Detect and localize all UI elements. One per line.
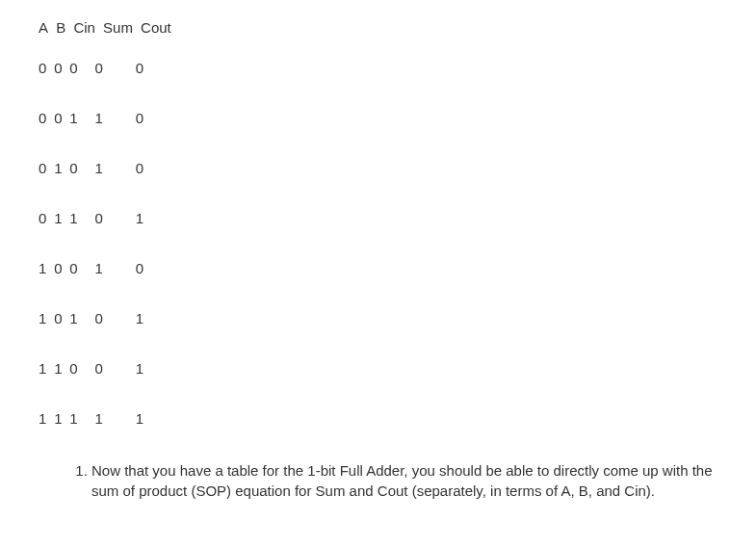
question-list: Now that you have a table for the 1-bit … xyxy=(91,460,717,501)
cell-sum: 1 xyxy=(95,410,109,427)
cell-a: 1 xyxy=(39,260,48,276)
header-cin: Cin xyxy=(73,19,95,36)
header-sum: Sum xyxy=(103,19,133,36)
cell-cout: 0 xyxy=(136,110,149,126)
cell-b: 1 xyxy=(54,210,64,226)
cell-cin: 1 xyxy=(69,310,79,326)
cell-a: 1 xyxy=(39,310,48,326)
table-header-row: A B Cin Sum Cout xyxy=(39,19,717,36)
cell-cout: 0 xyxy=(136,260,149,276)
cell-cin: 0 xyxy=(69,60,79,76)
cell-cout: 1 xyxy=(136,360,149,377)
cell-b: 1 xyxy=(54,160,64,176)
table-row: 1 0 0 1 0 xyxy=(39,260,717,276)
cell-cin: 0 xyxy=(69,160,79,176)
cell-b: 1 xyxy=(54,410,64,427)
cell-a: 0 xyxy=(39,110,48,126)
cell-a: 0 xyxy=(39,160,48,176)
table-row: 0 1 1 0 1 xyxy=(39,210,717,226)
cell-a: 0 xyxy=(39,210,48,226)
cell-sum: 1 xyxy=(95,110,109,126)
cell-cout: 1 xyxy=(136,210,149,226)
header-a: A xyxy=(39,19,48,36)
header-b: B xyxy=(56,19,65,36)
cell-cout: 1 xyxy=(136,310,149,326)
table-row: 1 1 0 0 1 xyxy=(39,360,717,377)
cell-cout: 0 xyxy=(136,60,149,76)
cell-b: 0 xyxy=(54,310,64,326)
cell-b: 0 xyxy=(54,110,64,126)
table-row: 1 1 1 1 1 xyxy=(39,410,717,427)
header-cout: Cout xyxy=(141,19,171,36)
cell-a: 1 xyxy=(39,360,48,377)
table-row: 0 1 0 1 0 xyxy=(39,160,717,176)
table-row: 0 0 0 0 0 xyxy=(39,60,717,76)
table-row: 0 0 1 1 0 xyxy=(39,110,717,126)
cell-cin: 1 xyxy=(69,110,79,126)
cell-b: 0 xyxy=(54,260,64,276)
table-row: 1 0 1 0 1 xyxy=(39,310,717,326)
cell-a: 1 xyxy=(39,410,48,427)
cell-sum: 0 xyxy=(95,310,109,326)
question-item: Now that you have a table for the 1-bit … xyxy=(91,460,717,501)
cell-cout: 1 xyxy=(136,410,149,427)
cell-a: 0 xyxy=(39,60,48,76)
cell-cin: 0 xyxy=(69,260,79,276)
cell-cin: 1 xyxy=(69,410,79,427)
cell-sum: 0 xyxy=(95,210,109,226)
cell-cin: 1 xyxy=(69,210,79,226)
cell-b: 0 xyxy=(54,60,64,76)
truth-table: A B Cin Sum Cout 0 0 0 0 0 0 0 1 1 0 0 1… xyxy=(39,19,717,427)
cell-b: 1 xyxy=(54,360,64,377)
cell-sum: 0 xyxy=(95,60,109,76)
cell-sum: 0 xyxy=(95,360,109,377)
cell-cin: 0 xyxy=(69,360,79,377)
cell-cout: 0 xyxy=(136,160,149,176)
cell-sum: 1 xyxy=(95,260,109,276)
cell-sum: 1 xyxy=(95,160,109,176)
